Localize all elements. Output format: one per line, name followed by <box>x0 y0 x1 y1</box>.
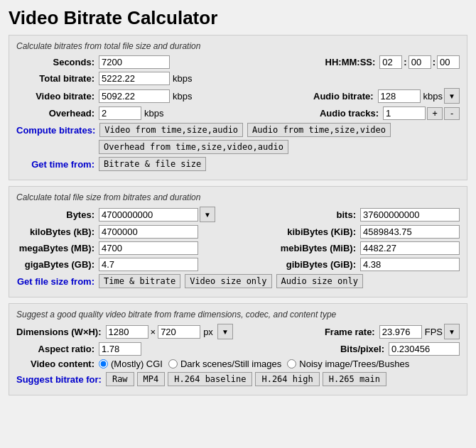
hms-right: HH:MM:SS: : : <box>297 55 460 69</box>
video-content-label: Video content: <box>16 359 94 369</box>
kb-left: kiloBytes (kB): <box>16 225 264 239</box>
aspect-row: Aspect ratio: Bits/pixel: <box>16 342 460 356</box>
video-bitrate-input[interactable] <box>99 89 170 103</box>
total-bitrate-unit: kbps <box>173 73 192 84</box>
bytes-label: Bytes: <box>16 209 94 220</box>
btn-raw[interactable]: Raw <box>106 372 134 386</box>
compute-bitrates-row: Compute bitrates: Video from time,size,a… <box>16 123 460 137</box>
framerate-input[interactable] <box>379 325 422 339</box>
bits-pixel-right: Bits/pixel: <box>306 342 460 356</box>
hms-sep1: : <box>404 57 406 67</box>
kb-label: kiloBytes (kB): <box>16 226 94 237</box>
btn-h264-baseline[interactable]: H.264 baseline <box>168 372 252 386</box>
btn-time-bitrate[interactable]: Time & bitrate <box>99 274 180 288</box>
btn-bitrate-filesize[interactable]: Bitrate & file size <box>99 157 206 171</box>
mb-row: megaBytes (MB): mebiBytes (MiB): <box>16 241 460 255</box>
mm-input[interactable] <box>409 55 431 69</box>
bits-right: bits: <box>278 208 460 222</box>
overhead-input[interactable] <box>99 106 141 120</box>
hms-sep2: : <box>433 57 436 67</box>
dimensions-dropdown[interactable]: ▼ <box>217 324 233 339</box>
btn-audio-size[interactable]: Audio size only <box>276 274 363 288</box>
seconds-label: Seconds: <box>16 57 94 67</box>
aspect-label: Aspect ratio: <box>16 344 94 354</box>
audio-bitrate-unit: kbps <box>423 91 443 102</box>
audio-tracks-minus[interactable]: - <box>444 107 460 120</box>
total-bitrate-label: Total bitrate: <box>16 73 94 84</box>
radio-cgi-label: (Mostly) CGI <box>111 359 163 369</box>
mib-input[interactable] <box>360 241 460 255</box>
audio-bitrate-dropdown[interactable]: ▼ <box>444 88 460 104</box>
page-title: Video Bitrate Calculator <box>9 7 467 29</box>
section-filesize-calc: Calculate total file size from bitrates … <box>9 186 467 297</box>
gib-right: gibiBytes (GiB): <box>278 258 460 271</box>
framerate-dropdown[interactable]: ▼ <box>444 324 460 339</box>
total-bitrate-row: Total bitrate: kbps <box>16 72 460 85</box>
total-bitrate-left: Total bitrate: kbps <box>16 72 460 85</box>
btn-video-size[interactable]: Video size only <box>185 274 271 288</box>
bytes-input[interactable] <box>99 208 198 222</box>
radio-noisy-label: Noisy image/Trees/Bushes <box>299 359 409 369</box>
btn-h265-main[interactable]: H.265 main <box>323 372 386 386</box>
seconds-row: Seconds: HH:MM:SS: : : <box>16 55 460 69</box>
mb-input[interactable] <box>99 241 198 255</box>
bits-pixel-input[interactable] <box>389 342 460 356</box>
gib-input[interactable] <box>360 258 460 271</box>
video-bitrate-label: Video bitrate: <box>16 91 94 102</box>
total-bitrate-input[interactable] <box>99 72 170 85</box>
radio-cgi[interactable] <box>99 359 108 368</box>
seconds-left: Seconds: <box>16 55 283 69</box>
kib-input[interactable] <box>360 225 460 239</box>
width-input[interactable] <box>106 325 148 339</box>
aspect-left: Aspect ratio: <box>16 342 292 356</box>
kb-input[interactable] <box>99 225 198 239</box>
bytes-row: Bytes: ▼ bits: <box>16 207 460 222</box>
aspect-input[interactable] <box>99 342 141 356</box>
kib-label: kibiBytes (KiB): <box>278 226 356 237</box>
get-time-row: Get time from: Bitrate & file size <box>16 157 460 171</box>
audio-tracks-input[interactable] <box>383 106 426 120</box>
audio-tracks-right: Audio tracks: + - <box>301 106 460 120</box>
overhead-row: Overhead: kbps Audio tracks: + - <box>16 106 460 120</box>
audio-bitrate-input[interactable] <box>378 89 421 103</box>
radio-dark-label: Dark scenes/Still images <box>180 359 281 369</box>
section-bitrate-calc: Calculate bitrates from total file size … <box>9 35 467 180</box>
mib-label: mebiBytes (MiB): <box>278 243 356 253</box>
px-label: px <box>203 327 213 337</box>
btn-h264-high[interactable]: H.264 high <box>255 372 319 386</box>
get-time-label: Get time from: <box>16 159 94 170</box>
audio-bitrate-label: Audio bitrate: <box>296 91 374 102</box>
radio-dark[interactable] <box>168 359 178 368</box>
btn-mp4[interactable]: MP4 <box>137 372 166 386</box>
video-bitrate-left: Video bitrate: kbps <box>16 89 281 103</box>
fps-label: FPS <box>425 327 443 337</box>
audio-bitrate-right: Audio bitrate: kbps ▼ <box>296 88 460 104</box>
ss-input[interactable] <box>437 55 460 69</box>
bits-pixel-label: Bits/pixel: <box>306 344 384 354</box>
btn-overhead-from[interactable]: Overhead from time,size,video,audio <box>99 140 288 154</box>
framerate-right: Frame rate: FPS ▼ <box>297 324 460 339</box>
framerate-label: Frame rate: <box>297 327 375 337</box>
gb-row: gigaBytes (GB): gibiBytes (GiB): <box>16 258 460 271</box>
compute-bitrates-label: Compute bitrates: <box>16 125 95 136</box>
video-bitrate-unit: kbps <box>173 91 192 102</box>
bytes-dropdown[interactable]: ▼ <box>200 207 215 222</box>
btn-audio-from[interactable]: Audio from time,size,video <box>247 123 391 137</box>
gb-input[interactable] <box>99 258 198 271</box>
main-container: Video Bitrate Calculator Calculate bitra… <box>0 0 476 408</box>
hh-input[interactable] <box>379 55 402 69</box>
radio-noisy[interactable] <box>287 359 296 368</box>
get-filesize-label: Get file size from: <box>16 276 94 287</box>
seconds-input[interactable] <box>99 55 170 69</box>
audio-tracks-label: Audio tracks: <box>301 108 379 119</box>
mb-label: megaBytes (MB): <box>16 243 94 253</box>
section2-title: Calculate total file size from bitrates … <box>16 192 460 202</box>
bits-input[interactable] <box>360 208 460 222</box>
overhead-label: Overhead: <box>16 108 94 119</box>
gib-label: gibiBytes (GiB): <box>278 259 356 270</box>
audio-tracks-plus[interactable]: + <box>427 107 443 120</box>
suggest-label: Suggest bitrate for: <box>16 374 102 385</box>
dimensions-label: Dimensions (W×H): <box>16 327 102 337</box>
btn-video-from[interactable]: Video from time,size,audio <box>99 123 243 137</box>
height-input[interactable] <box>158 325 200 339</box>
